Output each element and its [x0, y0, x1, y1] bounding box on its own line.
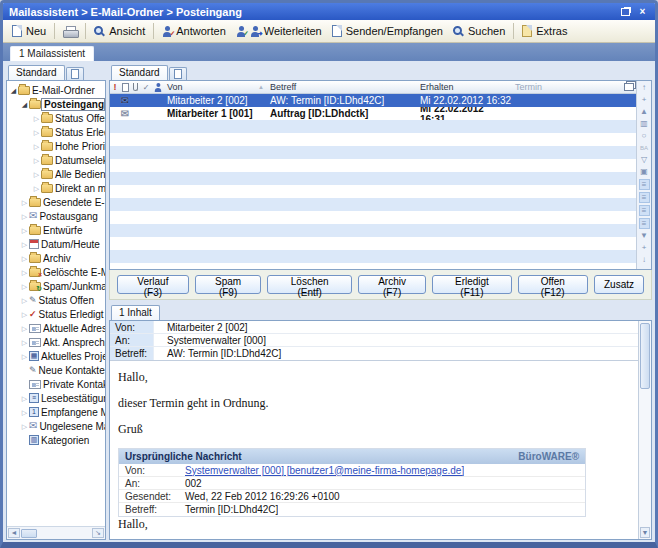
verlauf-button[interactable]: Verlauf (F3)	[117, 275, 189, 294]
tree-item-gesendete-emails[interactable]: Gesendete E-Mails	[7, 195, 105, 209]
search-icon[interactable]: ○	[638, 130, 651, 142]
tree-item-empfangene-mails[interactable]: 1Empfangene Mails	[7, 405, 105, 419]
spam-button[interactable]: Spam (F9)	[195, 275, 262, 294]
collapse-arrow-icon[interactable]	[32, 129, 41, 136]
erledigt-button[interactable]: Erledigt (F11)	[432, 275, 511, 294]
collapse-arrow-icon[interactable]	[20, 213, 29, 220]
scroll-down-button[interactable]: ▼	[640, 527, 650, 538]
extras-button[interactable]: Extras	[517, 23, 572, 39]
offen-button[interactable]: Offen (F12)	[518, 275, 588, 294]
tree-item-lesebestaetigungen[interactable]: ≡Lesebestätigungen	[7, 391, 105, 405]
tree-item-status-erledigt-2[interactable]: ✓Status Erledigt	[7, 307, 105, 321]
expand-arrow-icon[interactable]	[20, 101, 29, 108]
collapse-arrow-icon[interactable]	[32, 171, 41, 178]
folder-tab-new[interactable]	[66, 67, 84, 80]
tree-item-kategorien[interactable]: ▥Kategorien	[7, 433, 105, 447]
done-column-header[interactable]: ✓	[141, 83, 151, 92]
tree-item-spam-junkmails[interactable]: ↻Spam/Junkmails	[7, 279, 105, 293]
loeschen-button[interactable]: Löschen (Entf)	[267, 275, 351, 294]
page-up-icon[interactable]: ▲	[638, 106, 651, 118]
tree-item-entwuerfe[interactable]: Entwürfe	[7, 223, 105, 237]
tree-item-private-kontakte[interactable]: Private Kontakte	[7, 377, 105, 391]
folder-tab-standard[interactable]: Standard	[8, 65, 65, 80]
move-down-icon[interactable]: +	[638, 242, 651, 254]
columns-icon[interactable]: ▥	[638, 118, 651, 130]
collapse-arrow-icon[interactable]	[20, 325, 29, 332]
workspace-tab-mailassistent[interactable]: 1 Mailassistent	[10, 46, 94, 61]
tree-item-status-erledigt[interactable]: Status Erledigt	[7, 125, 105, 139]
content-vertical-scrollbar[interactable]: ▼	[638, 321, 651, 539]
collapse-arrow-icon[interactable]	[20, 269, 29, 276]
tree-item-archiv[interactable]: Archiv	[7, 251, 105, 265]
list-view-icon[interactable]: ≡	[639, 179, 650, 190]
tree-item-ungelesene-mails[interactable]: ✉Ungelesene Mails	[7, 419, 105, 433]
scrollbar-thumb[interactable]	[21, 529, 37, 538]
search-button[interactable]: Suchen	[448, 23, 510, 39]
tree-item-alle-bediener[interactable]: Alle Bediener	[7, 167, 105, 181]
collapse-arrow-icon[interactable]	[32, 115, 41, 122]
collapse-arrow-icon[interactable]	[20, 423, 29, 430]
panel-resize-button[interactable]: ↘	[92, 528, 104, 538]
reply-button[interactable]: ✓ Antworten	[157, 23, 231, 39]
new-button[interactable]: Neu	[7, 23, 51, 39]
collapse-arrow-icon[interactable]	[20, 339, 29, 346]
tree-item-direkt-an-mich[interactable]: Direkt an mich	[7, 181, 105, 195]
tree-item-hohe-prioritaet[interactable]: Hohe Priorität	[7, 139, 105, 153]
tree-horizontal-scrollbar[interactable]: ◄ ↘	[7, 526, 105, 539]
collapse-arrow-icon[interactable]	[20, 311, 29, 318]
print-button[interactable]	[58, 24, 82, 39]
tree-item-status-offen-2[interactable]: ✎Status Offen	[7, 293, 105, 307]
archiv-button[interactable]: Archiv (F7)	[358, 275, 426, 294]
tree-item-datum-heute[interactable]: Datum/Heute	[7, 237, 105, 251]
send-receive-button[interactable]: Senden/Empfangen	[327, 23, 448, 39]
column-header-betreff[interactable]: Betreff	[267, 82, 417, 92]
tree-item-status-offen[interactable]: Status Offen	[7, 111, 105, 125]
scroll-left-button[interactable]: ◄	[8, 528, 20, 538]
mail-row-unread[interactable]: ✉ Mitarbeiter 1 [001] Auftrag [ID:LDhdct…	[110, 107, 636, 120]
tree-item-postausgang[interactable]: ✉Postausgang	[7, 209, 105, 223]
column-header-erhalten[interactable]: Erhalten	[417, 82, 512, 92]
mail-row-selected[interactable]: ✉ Mitarbeiter 2 [002] AW: Termin [ID:LDh…	[110, 94, 636, 107]
collapse-arrow-icon[interactable]	[20, 255, 29, 262]
list-view-icon[interactable]: ≡	[639, 205, 650, 216]
tab-inhalt[interactable]: 1 Inhalt	[111, 305, 160, 320]
collapse-arrow-icon[interactable]	[32, 143, 41, 150]
filter-icon[interactable]: ▽	[638, 154, 651, 166]
forward-button[interactable]: ✓ ➜ Weiterleiten	[231, 23, 327, 39]
collapse-arrow-icon[interactable]	[20, 395, 29, 402]
attachment-column-header[interactable]	[130, 83, 141, 91]
tree-item-neue-kontakte[interactable]: ✎Neue Kontakte	[7, 363, 105, 377]
list-view-icon[interactable]: ≡	[639, 192, 650, 203]
scroll-bottom-icon[interactable]: ↓	[638, 254, 651, 266]
column-header-termin[interactable]: Termin	[512, 82, 572, 92]
tree-item-posteingang[interactable]: Posteingang	[7, 97, 105, 111]
list-view-icon[interactable]: ≡	[639, 218, 650, 229]
view-button[interactable]: Ansicht	[89, 23, 150, 39]
tree-item-aktuelles-projekt[interactable]: ▦Aktuelles Projekt	[7, 349, 105, 363]
sender-email-link[interactable]: Systemverwalter [000] [benutzer1@meine-f…	[185, 465, 464, 476]
priority-column-header[interactable]: !	[110, 82, 120, 92]
collapse-arrow-icon[interactable]	[20, 353, 29, 360]
sender-column-header[interactable]	[151, 82, 164, 93]
collapse-arrow-icon[interactable]	[20, 199, 29, 206]
scrollbar-thumb[interactable]	[640, 323, 650, 389]
popup-window-icon[interactable]	[624, 83, 634, 91]
tree-item-datumselektion[interactable]: Datumselektion	[7, 153, 105, 167]
tree-item-geloeschte-emails[interactable]: ×Gelöschte E-Mails	[7, 265, 105, 279]
list-tab-new[interactable]	[169, 67, 187, 80]
restore-button[interactable]	[619, 6, 632, 17]
collapse-arrow-icon[interactable]	[32, 157, 41, 164]
tree-item-email-ordner[interactable]: E-Mail-Ordner	[7, 83, 105, 97]
list-tab-standard[interactable]: Standard	[111, 65, 168, 80]
windows-icon[interactable]: ▣	[638, 166, 651, 178]
ba-icon[interactable]: BA	[638, 142, 651, 154]
zusatz-button[interactable]: Zusatz	[594, 275, 644, 294]
tree-item-akt-ansprechpartner[interactable]: Akt. Ansprechpartn	[7, 335, 105, 349]
column-header-von[interactable]: Von▲	[164, 82, 267, 92]
move-up-icon[interactable]: +	[638, 94, 651, 106]
page-down-icon[interactable]: ▼	[638, 230, 651, 242]
tree-item-aktuelle-adresse[interactable]: Aktuelle Adresse	[7, 321, 105, 335]
collapse-arrow-icon[interactable]	[20, 283, 29, 290]
expand-arrow-icon[interactable]	[9, 87, 18, 94]
collapse-arrow-icon[interactable]	[20, 409, 29, 416]
